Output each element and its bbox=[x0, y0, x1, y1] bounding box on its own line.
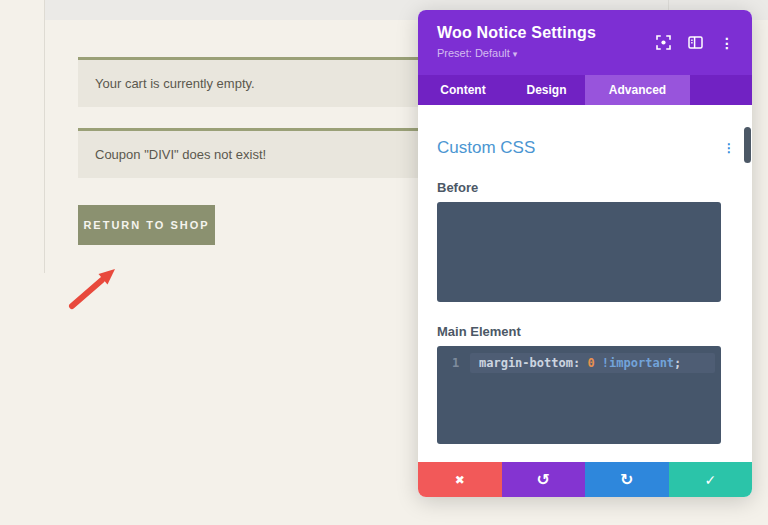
field-label-before: Before bbox=[437, 180, 721, 195]
code-semicolon: ; bbox=[674, 356, 681, 370]
redo-button[interactable]: ↻ bbox=[585, 462, 669, 497]
split-view-icon[interactable] bbox=[688, 36, 703, 49]
preset-dropdown[interactable]: Preset: Default▾ bbox=[437, 47, 517, 59]
tab-design[interactable]: Design bbox=[508, 75, 585, 105]
woo-notice-settings-modal: Woo Notice Settings Preset: Default▾ bbox=[418, 10, 752, 497]
code-property: margin-bottom: bbox=[479, 356, 587, 370]
modal-header[interactable]: Woo Notice Settings Preset: Default▾ bbox=[418, 10, 752, 75]
save-button[interactable]: ✓ bbox=[669, 462, 753, 497]
section-options-icon[interactable]: ⋮ bbox=[723, 142, 735, 154]
column-guide-line-right bbox=[668, 0, 669, 10]
scrollbar-thumb[interactable] bbox=[744, 127, 751, 163]
check-icon: ✓ bbox=[704, 472, 716, 488]
code-keyword: !important bbox=[595, 356, 674, 370]
notice-text: Your cart is currently empty. bbox=[95, 76, 255, 91]
field-label-main-element: Main Element bbox=[437, 324, 721, 339]
return-to-shop-button[interactable]: RETURN TO SHOP bbox=[78, 205, 215, 245]
undo-icon: ↺ bbox=[537, 470, 550, 489]
code-line-text[interactable]: margin-bottom: 0 !important; bbox=[470, 353, 715, 373]
undo-button[interactable]: ↺ bbox=[502, 462, 586, 497]
modal-tab-bar: Content Design Advanced bbox=[418, 75, 752, 105]
redo-icon: ↻ bbox=[620, 470, 633, 489]
close-icon: ✖ bbox=[455, 473, 465, 487]
arrow-icon bbox=[66, 264, 120, 310]
line-number: 1 bbox=[437, 353, 470, 373]
annotation-arrow bbox=[66, 264, 120, 310]
discard-button[interactable]: ✖ bbox=[418, 462, 502, 497]
options-menu-icon[interactable]: ⋮ bbox=[720, 36, 734, 50]
css-input-before[interactable] bbox=[437, 202, 721, 302]
tab-content[interactable]: Content bbox=[418, 75, 508, 105]
column-guide-line bbox=[44, 0, 45, 273]
notice-text: Coupon "DIVI" does not exist! bbox=[95, 147, 266, 162]
preset-label: Preset: Default bbox=[437, 47, 510, 59]
modal-content: Custom CSS ⋮ Before Main Element 1 margi… bbox=[418, 105, 752, 462]
modal-footer: ✖ ↺ ↻ ✓ bbox=[418, 462, 752, 497]
chevron-down-icon: ▾ bbox=[513, 49, 518, 59]
tab-advanced[interactable]: Advanced bbox=[585, 75, 690, 105]
code-number: 0 bbox=[587, 356, 594, 370]
section-title-custom-css: Custom CSS bbox=[437, 138, 721, 158]
modal-header-actions: ⋮ bbox=[656, 35, 734, 50]
focus-preview-icon[interactable] bbox=[656, 35, 671, 50]
code-line: 1 margin-bottom: 0 !important; bbox=[437, 353, 721, 373]
css-input-main-element[interactable]: 1 margin-bottom: 0 !important; bbox=[437, 346, 721, 444]
